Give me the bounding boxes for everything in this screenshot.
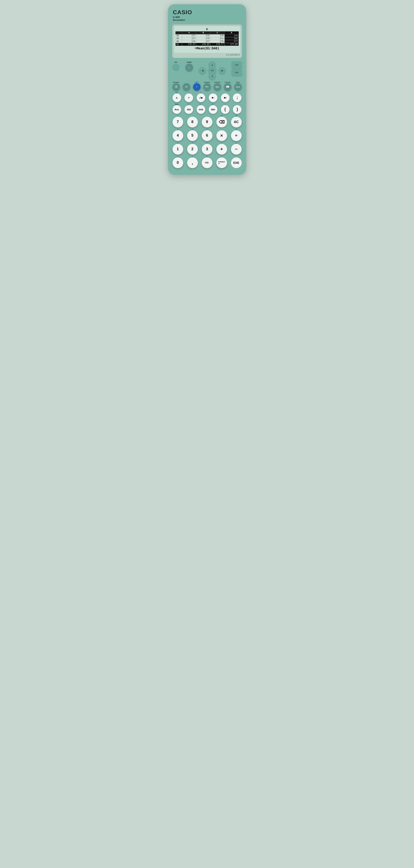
sin-button[interactable]: sin xyxy=(184,105,193,114)
plus-button[interactable]: + xyxy=(216,144,227,155)
on-button[interactable] xyxy=(172,64,179,71)
four-button[interactable]: 4 xyxy=(173,130,183,141)
display-container: D A B C D 38 177 175 176 xyxy=(172,24,242,58)
function-wrapper: FUNCTION f(x) xyxy=(214,82,221,91)
qr-label: QR xyxy=(176,92,178,93)
shift-wrapper: SHIFT ↑ xyxy=(193,82,201,91)
col-header-a: A xyxy=(182,31,196,34)
open-paren-wrapper: = ( xyxy=(221,103,230,114)
four-wrapper: A 4 xyxy=(173,129,183,141)
cos-inv-label: cos⁻¹ xyxy=(199,103,203,105)
divide-button[interactable]: ÷ xyxy=(231,130,242,141)
variable-button[interactable]: ⇌x xyxy=(203,83,211,91)
fraction-wrapper: ■ ≡ xyxy=(184,92,193,102)
control-row-1: ON HOME ⌂ ▲ ◀ OK ▶ xyxy=(172,61,242,80)
scroll-up-button[interactable]: ⋙ xyxy=(232,61,242,68)
zero-button[interactable]: 0 xyxy=(173,157,183,168)
dpad-container: ▲ ◀ OK ▶ ▼ xyxy=(199,61,226,80)
sin-wrapper: sin⁻¹ sin xyxy=(184,103,193,114)
shift-button[interactable]: ↑ xyxy=(193,83,201,91)
semicolon-wrapper: · ; xyxy=(233,92,241,102)
format-wrapper: ≈ FORMAT↺ xyxy=(216,156,227,168)
dpad-right-wrapper: ▶ xyxy=(219,67,226,74)
power2-button[interactable]: ■2 xyxy=(221,93,230,102)
ins-label: INS xyxy=(220,115,223,117)
cos-button[interactable]: cos xyxy=(197,105,205,114)
down-button[interactable]: ▼ xyxy=(209,73,216,80)
function-button[interactable]: f(x) xyxy=(214,83,221,91)
catalog-wrapper: CATALOG 📖 xyxy=(224,82,231,91)
multiply-button[interactable]: × xyxy=(216,130,227,141)
catalog-button[interactable]: 📖 xyxy=(224,83,231,91)
one-button[interactable]: 1 xyxy=(173,144,183,155)
home-key-wrapper: HOME ⌂ xyxy=(185,61,193,71)
exe-button[interactable]: EXE xyxy=(231,157,242,168)
off-label: OFF xyxy=(235,115,238,117)
settings-label: SETTINGS xyxy=(173,82,179,83)
row-8: x 0 y , Z ×10□ ≈ FORMAT↺ _ EXE xyxy=(172,156,242,168)
variable-label: VARIABLE xyxy=(204,82,210,83)
three-wrapper: F 3 xyxy=(202,142,212,155)
dpad-left-wrapper: ◀ xyxy=(199,67,206,74)
row-5: π 7 _ 8 _ 9 INS ⌫ OFF AC xyxy=(172,115,242,127)
on-label: ON xyxy=(175,61,177,63)
fraction-button[interactable]: ≡ xyxy=(184,93,193,102)
nine-wrapper: _ 9 xyxy=(202,115,212,127)
brand-name: CASIO xyxy=(173,9,242,16)
tan-button[interactable]: tan xyxy=(209,105,217,114)
format-button[interactable]: FORMAT↺ xyxy=(216,157,227,168)
ac-button[interactable]: AC xyxy=(231,117,242,127)
tools-button[interactable]: ●●● xyxy=(234,83,242,91)
x-button[interactable]: x xyxy=(173,93,181,102)
tan-inv-label: tan⁻¹ xyxy=(211,103,215,105)
x-wrapper: QR x xyxy=(173,92,181,102)
ans-button[interactable]: Ans xyxy=(173,105,181,114)
eight-wrapper: _ 8 xyxy=(187,115,198,127)
settings-button[interactable]: ☰ xyxy=(173,83,180,91)
six-button[interactable]: 6 xyxy=(202,130,212,141)
seven-wrapper: π 7 xyxy=(173,115,183,127)
e-label: E xyxy=(192,142,193,144)
sqrt-button[interactable]: √■ xyxy=(197,93,205,102)
row-7: D 1 E 2 F 3 °," + (−) − xyxy=(172,142,242,155)
sin-inv-label: sin⁻¹ xyxy=(187,103,190,105)
ans-wrapper: Simp Ans xyxy=(173,103,181,114)
close-paren-button[interactable]: ) xyxy=(233,105,241,114)
table-row-active: 41 176,47 176,95 176,77 177,05 xyxy=(175,43,239,46)
home-button[interactable]: ⌂ xyxy=(185,64,193,71)
five-button[interactable]: 5 xyxy=(187,130,198,141)
comma-button[interactable]: , xyxy=(187,157,198,168)
backspace-button[interactable]: ⌫ xyxy=(216,117,227,127)
plus-wrapper: °," + xyxy=(216,142,227,155)
seven-button[interactable]: 7 xyxy=(173,117,183,127)
close-paren-wrapper: _ ) xyxy=(233,103,241,114)
nine-button[interactable]: 9 xyxy=(202,117,212,127)
dpad-down-wrapper: ▼ xyxy=(209,73,216,80)
d-label: D xyxy=(177,142,178,144)
shift-label: SHIFT xyxy=(195,82,199,83)
on-key-wrapper: ON xyxy=(172,61,179,71)
col-header-d: D xyxy=(225,31,239,34)
eight-button[interactable]: 8 xyxy=(187,117,198,127)
three-button[interactable]: 3 xyxy=(202,144,212,155)
exp-button[interactable]: ×10□ xyxy=(202,157,212,168)
multiply-wrapper: _ × xyxy=(216,129,227,141)
back-button[interactable]: ↩ xyxy=(183,83,190,91)
minus-button[interactable]: − xyxy=(231,144,242,155)
settings-wrapper: SETTINGS ☰ xyxy=(173,82,180,91)
power-button[interactable]: ■□ xyxy=(209,93,217,102)
variable-wrapper: VARIABLE ⇌x xyxy=(203,82,211,91)
row-6: A 4 B 5 C 6 _ × ÷R ÷ xyxy=(172,129,242,141)
five-wrapper: B 5 xyxy=(187,129,198,141)
semicolon-button[interactable]: ; xyxy=(233,93,241,102)
two-button[interactable]: 2 xyxy=(187,144,198,155)
pi-label: π xyxy=(177,115,178,117)
left-button[interactable]: ◀ xyxy=(199,67,206,74)
scroll-down-button[interactable]: ⋘ xyxy=(232,69,242,76)
degree-label: °," xyxy=(221,142,222,144)
open-paren-button[interactable]: ( xyxy=(221,105,230,114)
comma-wrapper: y , xyxy=(187,156,198,168)
backspace-wrapper: INS ⌫ xyxy=(216,115,227,127)
right-button[interactable]: ▶ xyxy=(219,67,226,74)
table-row: 40 173 177 175 177 xyxy=(175,40,239,43)
